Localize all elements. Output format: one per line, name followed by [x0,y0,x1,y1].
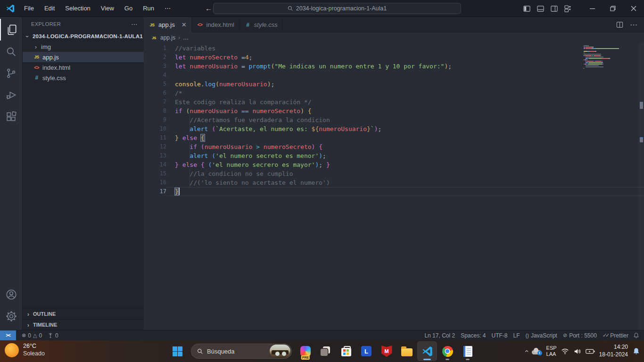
time-label: 14:20 [599,344,628,351]
hidden-icons-chevron[interactable]: › [522,350,530,353]
code-token: } [175,161,179,168]
search-label: Búsqueda [207,348,235,355]
tree-item-img[interactable]: › img [23,41,144,52]
tab-close-icon[interactable]: ✕ [182,21,187,28]
menu-go[interactable]: Go [120,3,137,13]
running-indicator [466,359,470,360]
timeline-section[interactable]: › TIMELINE [23,319,144,330]
search-highlight-image[interactable] [270,345,290,358]
preview-badge: PRE [301,355,310,360]
run-debug-icon[interactable] [0,84,23,106]
code-token: "Me indicas un numero entre 1 y 10 por f… [274,63,444,70]
back-arrow-icon[interactable]: ← [205,4,212,12]
code-area-lines: 1//variables2let numeroSecreto =4;3let n… [144,44,644,196]
command-center-search[interactable]: 2034-logica-programacion-1-Aula1 [213,3,461,14]
customize-layout-icon[interactable] [564,5,571,12]
js-file-icon: JS [149,23,156,27]
outline-section[interactable]: › OUTLINE [23,308,144,319]
menu-more-icon[interactable]: ⋯ [160,3,175,13]
code-token: == [241,107,249,115]
ports-count: 0 [55,332,58,339]
editor-more-icon[interactable]: ⋯ [630,20,637,29]
tree-item-stylecss[interactable]: # style.css [23,73,144,83]
code-line: 1//variables [144,44,644,53]
language-mode[interactable]: {} JavaScript [523,332,560,339]
vscode-taskbar-button[interactable] [418,342,437,361]
chrome-button[interactable] [438,342,457,361]
extensions-icon[interactable] [0,106,23,127]
start-button[interactable] [168,342,187,361]
warning-count: 0 [39,332,42,339]
live-server-port[interactable]: ⊘ Port : 5500 [560,332,600,339]
restore-button[interactable] [603,0,623,17]
notepad-button[interactable] [458,342,477,361]
close-button[interactable] [623,0,644,17]
remote-indicator[interactable]: >< [0,330,16,341]
wifi-icon[interactable] [561,348,569,354]
minimize-button[interactable] [582,0,603,17]
problems-status[interactable]: ⊗ 0 △ 0 [19,332,45,339]
explorer-more-icon[interactable]: ⋯ [131,20,138,28]
weather-widget[interactable]: 26°C Soleado [5,343,45,357]
microsoft-store-button[interactable] [337,342,355,361]
overview-ruler[interactable] [639,43,644,330]
code-token: ) [374,125,378,132]
code-line: 12 if (numeroUsuario > numeroSecreto) { [144,142,644,151]
minimap[interactable] [584,45,636,69]
file-explorer-button[interactable] [397,342,416,361]
volume-icon[interactable] [573,348,581,355]
source-control-icon[interactable] [0,62,23,84]
code-token: ( [215,81,219,88]
formatter-status[interactable]: ✓✓ Prettier [600,332,631,339]
menu-selection[interactable]: Selection [61,3,94,13]
tab-appjs[interactable]: JS app.js ✕ [144,17,192,33]
eol-sequence[interactable]: LF [511,332,523,339]
menu-edit[interactable]: Edit [40,3,59,13]
notifications-bell-icon[interactable] [633,332,639,338]
explorer-icon[interactable] [0,19,23,41]
task-view-button[interactable] [316,342,335,361]
line-number: 12 [144,142,166,151]
keyboard-layout[interactable]: ESP LAA [546,345,557,357]
indentation[interactable]: Spaces: 4 [458,332,488,339]
split-editor-icon[interactable] [616,21,623,28]
breadcrumb-more[interactable]: … [183,34,189,41]
battery-icon[interactable] [586,348,595,354]
toggle-sidebar-icon[interactable] [523,5,530,12]
settings-gear-icon[interactable] [0,305,23,327]
tab-indexhtml[interactable]: <> index.html [192,17,239,33]
menu-file[interactable]: File [20,3,38,13]
menu-view[interactable]: View [97,3,118,13]
code-token: = [238,54,245,61]
toggle-secondary-sidebar-icon[interactable] [551,5,558,12]
clock[interactable]: 14:20 18-01-2024 [599,344,628,358]
cursor-position[interactable]: Ln 17, Col 2 [421,332,458,339]
toggle-panel-icon[interactable] [537,5,544,12]
code-token: ` [371,125,374,132]
taskbar-search[interactable]: Búsqueda [191,344,292,359]
tree-item-indexhtml[interactable]: <> index.html [23,62,144,73]
circle-slash-icon: ⊘ [563,332,567,338]
sun-icon [5,343,19,357]
code-token: prompt [249,63,271,70]
search-sidebar-icon[interactable] [0,41,23,62]
tab-label: style.css [254,21,278,28]
breadcrumb-file[interactable]: app.js [160,34,175,41]
overview-mark [640,102,643,109]
encoding[interactable]: UTF-8 [489,332,511,339]
ports-status[interactable]: 0 [45,332,61,339]
breadcrumb[interactable]: JS app.js › … [144,33,644,43]
code-token: //variables [175,45,215,52]
notification-bell-icon[interactable] [632,347,640,355]
tab-stylecss[interactable]: # style.css [239,17,283,33]
cloud-sync-icon[interactable]: i [532,348,542,355]
folder-root[interactable]: › 2034-LOGICA-PROGRAMACION-1-AULA1 [23,31,144,41]
account-icon[interactable] [0,284,23,305]
tree-item-appjs[interactable]: JS app.js [23,52,144,62]
menu-run[interactable]: Run [139,3,158,13]
l-app-button[interactable]: L [357,342,376,361]
layout-controls [523,5,571,12]
copilot-button[interactable]: PRE [296,342,315,361]
code-editor[interactable]: 1//variables2let numeroSecreto =4;3let n… [144,43,644,330]
mcafee-button[interactable]: M [377,342,396,361]
